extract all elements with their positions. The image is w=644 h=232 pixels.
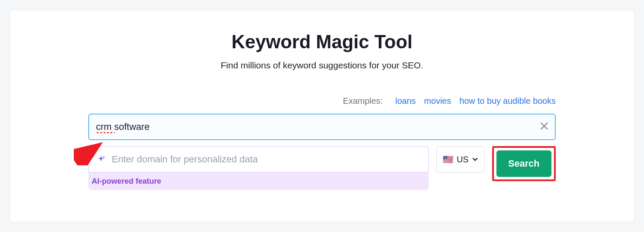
domain-input-container[interactable] (88, 146, 429, 173)
country-select[interactable]: 🇺🇸 US (436, 146, 484, 173)
chevron-down-icon (472, 155, 478, 164)
clear-icon[interactable] (540, 121, 548, 132)
keyword-input[interactable] (96, 121, 540, 132)
domain-section: AI-powered feature (88, 146, 429, 190)
ai-feature-label: AI-powered feature (88, 173, 429, 186)
country-code: US (457, 155, 469, 164)
examples-label: Examples: (343, 96, 383, 106)
keyword-tool-card: Keyword Magic Tool Find millions of keyw… (9, 9, 635, 223)
page-title: Keyword Magic Tool (10, 31, 634, 53)
content-area: Examples: loans movies how to buy audibl… (88, 96, 556, 190)
sparkle-icon (96, 155, 106, 164)
example-link-audible[interactable]: how to buy audible books (459, 96, 556, 106)
keyword-input-container[interactable] (88, 114, 556, 140)
domain-input[interactable] (112, 154, 421, 165)
search-button[interactable]: Search (496, 150, 551, 177)
examples-row: Examples: loans movies how to buy audibl… (88, 96, 556, 106)
page-subtitle: Find millions of keyword suggestions for… (10, 60, 634, 70)
search-button-highlight: Search (492, 146, 556, 181)
second-row: AI-powered feature 🇺🇸 US Search (88, 146, 556, 190)
example-link-loans[interactable]: loans (395, 96, 416, 106)
flag-icon: 🇺🇸 (443, 154, 453, 164)
example-link-movies[interactable]: movies (424, 96, 451, 106)
